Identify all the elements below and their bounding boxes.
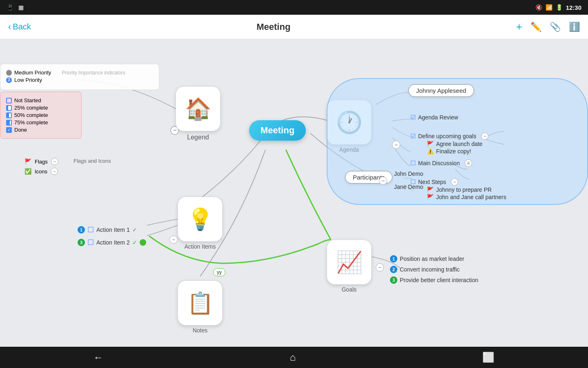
nav-home-btn[interactable]: ⌂ <box>290 352 296 363</box>
jane-demo-item: Jane Demo <box>394 183 423 191</box>
agree-launch-label: Agree launch date <box>436 141 483 147</box>
action-items-node[interactable]: 💡 Action Items <box>178 197 223 250</box>
goal-3-item: 3 Provide better client interaction <box>390 276 478 284</box>
lightbulb-icon: 💡 <box>187 209 214 230</box>
goals-items: 1 Position as market leader 2 Convert in… <box>390 254 478 285</box>
goals-collapse[interactable]: − <box>376 263 384 272</box>
chart-icon: 📈 <box>336 251 363 273</box>
task-completion-panel: Not Started 25% complete 50% complete 75… <box>0 92 82 139</box>
central-meeting-node[interactable]: Meeting <box>249 120 306 141</box>
phone-icon: 📱 <box>7 4 13 11</box>
wifi-icon: 📶 <box>546 4 552 11</box>
goal-2-item: 2 Convert incoming traffic <box>390 266 478 273</box>
notes-emoji: 📋 <box>187 292 214 314</box>
action-items-label: Action Items <box>184 243 216 250</box>
nav-actions: + ✏️ 📎 ℹ️ <box>516 20 580 33</box>
goals-collapse-icon: − <box>376 263 384 272</box>
goal1-label: Position as market leader <box>400 256 464 262</box>
define-goals-sub: 🚩 Agree launch date ⚠️ Finalize copy! <box>427 141 506 155</box>
yellow-flag: 🚩 <box>427 141 434 147</box>
check-icon: ✅ <box>24 168 31 175</box>
participants-collapse[interactable]: − <box>379 177 387 185</box>
define-goals-label: Define upcoming goals <box>418 133 476 139</box>
goal2-label: Convert incoming traffic <box>400 266 460 273</box>
low-priority-item: 3 Low Priority <box>6 77 153 83</box>
not-started-label: Not Started <box>14 97 41 103</box>
discussion-label: Main Discussion <box>418 160 460 166</box>
johnny-pill[interactable]: Johnny Appleseed <box>408 84 474 97</box>
red-flag: 🚩 <box>427 186 434 193</box>
p50-label: 50% complete <box>14 112 48 118</box>
action1-label: Action Item 1 <box>96 227 130 233</box>
johnny-pr-item: 🚩 Johnny to prepare PR <box>427 186 506 193</box>
p25-cb <box>6 105 12 111</box>
meeting-label: Meeting <box>249 120 306 141</box>
p25-label: 25% complete <box>14 105 48 111</box>
nav-recent-btn[interactable]: ⬜ <box>482 352 494 363</box>
agenda-review-label: Agenda Review <box>418 114 458 121</box>
goal-1-item: 1 Position as market leader <box>390 255 478 263</box>
agenda-main-collapse[interactable]: − <box>392 141 400 149</box>
goals-icon-container: 📈 <box>327 240 372 285</box>
action-item-1: 1 ☐ Action Item 1 ✓ <box>78 225 137 234</box>
status-time: 12:30 <box>566 4 581 11</box>
battery-icon: 🔋 <box>556 4 563 11</box>
goal1-badge: 1 <box>390 255 397 263</box>
action-collapse-icon: − <box>169 236 178 244</box>
next-steps-item: ☐ Next Steps − <box>410 178 506 186</box>
finalize-copy-label: Finalize copy! <box>436 148 471 155</box>
p50-item: 50% complete <box>6 112 76 118</box>
action1-cb: ☐ <box>87 225 94 234</box>
nav-back-btn[interactable]: ← <box>94 352 103 363</box>
jane-call-item: 🚩 John and Jane call partners <box>427 194 506 200</box>
add-button[interactable]: + <box>516 20 522 33</box>
define-goals-item: ☑ Define upcoming goals − <box>410 132 506 140</box>
action-items-collapse[interactable]: − <box>169 236 178 244</box>
notes-icon-node[interactable]: 📋 Notes <box>178 280 223 334</box>
define-goals-collapse[interactable]: − <box>481 132 488 140</box>
icons-label: Icons <box>35 168 47 175</box>
low-priority-label: Low Priority <box>14 77 42 83</box>
agenda-review-item: ☑ Agenda Review <box>410 114 506 121</box>
icons-row: ✅ Icons − <box>24 168 58 175</box>
next-steps-sub: 🚩 Johnny to prepare PR 🚩 John and Jane c… <box>427 186 506 200</box>
barcode-icon: ▦ <box>18 4 24 11</box>
flags-row: 🚩 Flags − <box>24 158 58 165</box>
medium-priority-label: Medium Priority <box>14 70 51 76</box>
not-started-item: Not Started <box>6 97 76 103</box>
medium-priority-dot <box>6 70 12 76</box>
flags-collapse[interactable]: − <box>51 158 58 165</box>
p75-label: 75% complete <box>14 119 48 126</box>
priority-header: Priority Importance indicators <box>62 70 125 76</box>
legend-node[interactable]: 🏠 Legend <box>176 86 220 141</box>
flags-icons-header: Flags and Icons <box>74 158 111 164</box>
next-steps-collapse[interactable]: − <box>451 178 458 186</box>
attach-button[interactable]: 📎 <box>550 22 561 32</box>
flags-label: Flags <box>35 159 48 165</box>
action2-badge: 3 <box>78 239 85 246</box>
goals-icon-node[interactable]: 📈 Goals <box>327 240 372 293</box>
done-cb: ✓ <box>6 127 12 133</box>
p75-cb <box>6 120 12 126</box>
bottom-nav-bar: ← ⌂ ⬜ <box>0 347 588 368</box>
warning-icon: ⚠️ <box>427 148 434 155</box>
icons-collapse[interactable]: − <box>51 168 58 175</box>
finalize-copy-item: ⚠️ Finalize copy! <box>427 148 506 155</box>
goals-checkbox: ☑ <box>410 132 416 140</box>
review-checkbox: ☑ <box>410 114 416 121</box>
jane-call-label: John and Jane call partners <box>436 194 506 200</box>
page-title: Meeting <box>256 22 290 32</box>
edit-button[interactable]: ✏️ <box>530 22 541 32</box>
action2-check: ✓ <box>132 239 137 246</box>
info-button[interactable]: ℹ️ <box>569 22 580 32</box>
blue-flag: 🚩 <box>427 194 434 200</box>
back-button[interactable]: ‹ Back <box>8 22 31 32</box>
johnny-pr-label: Johnny to prepare PR <box>436 186 492 193</box>
goal3-label: Provide better client interaction <box>400 277 478 283</box>
action-items-icon-container: 💡 <box>178 197 223 242</box>
agenda-collapse-icon: − <box>392 141 400 149</box>
medium-priority-item: Medium Priority Priority Importance indi… <box>6 70 153 76</box>
main-discussion-item: ☐ Main Discussion ≡ <box>410 159 506 167</box>
discussion-collapse[interactable]: ≡ <box>465 159 472 167</box>
action1-badge: 1 <box>78 226 85 233</box>
